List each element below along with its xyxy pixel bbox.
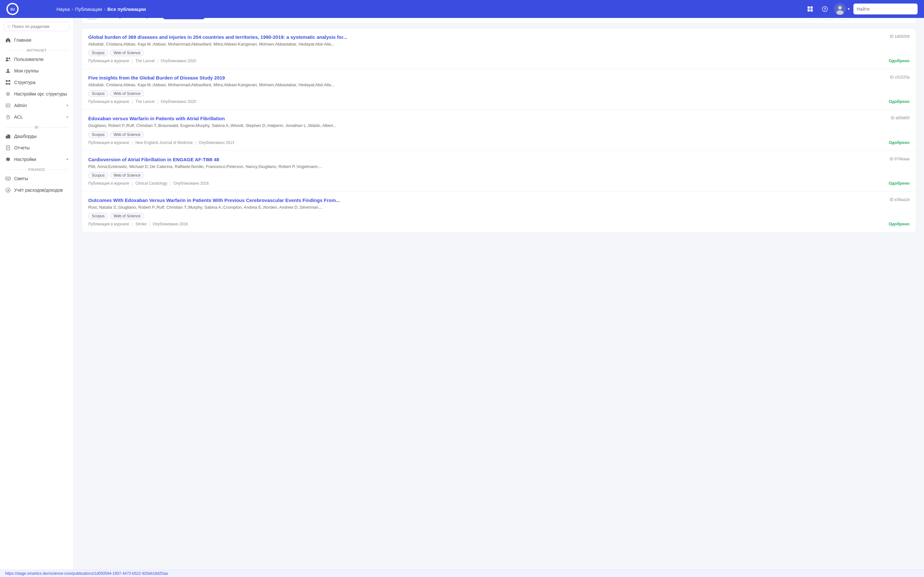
svg-rect-22	[6, 104, 10, 107]
svg-point-17	[7, 69, 9, 71]
pub-type: Публикация в журнале	[88, 140, 129, 145]
pub-journal: The Lancet	[136, 59, 155, 63]
sidebar: Главная ИНТРАНЕТ Пользователи Мои группы…	[0, 18, 74, 237]
pub-type: Публикация в журнале	[88, 59, 129, 63]
sidebar-item-label-home: Главная	[14, 37, 68, 43]
chevron-down-icon: ▾	[848, 7, 850, 11]
sidebar-section-finance: FINANCE	[0, 165, 73, 173]
sidebar-item-label-expenses: Учёт расходов/доходов	[14, 187, 68, 193]
publication-tag: Web of Science	[110, 131, 144, 138]
admin-chevron-icon: ▾	[66, 103, 68, 108]
sidebar-item-org-settings[interactable]: Настройки орг. структуры	[0, 88, 73, 100]
svg-point-9	[838, 6, 842, 10]
publication-tag: Scopus	[88, 213, 108, 219]
sidebar-item-settings[interactable]: Настройки ▾	[0, 153, 73, 165]
publications-list: Global burden of 369 diseases and injuri…	[81, 28, 916, 232]
sidebar-item-dashboards[interactable]: Дашборды	[0, 131, 73, 142]
sidebar-item-label-dashboards: Дашборды	[14, 134, 68, 139]
nav-icons-area: ? ▾	[804, 3, 918, 15]
publication-status: Одобрено	[889, 99, 909, 104]
pub-header: Five insights from the Global Burden of …	[88, 75, 909, 81]
meta-separator-2: |	[157, 59, 158, 63]
main-content: Публикации + Добавить Режим проверки (99…	[74, 0, 924, 237]
meta-separator: |	[132, 222, 133, 226]
sidebar-item-label-admin: Admin	[14, 103, 63, 108]
sidebar-item-users[interactable]: Пользователи	[0, 53, 73, 65]
svg-rect-21	[8, 83, 10, 85]
home-icon	[5, 37, 11, 43]
publication-id: ID c01525a	[890, 75, 909, 79]
breadcrumb-nauka[interactable]: Наука	[57, 6, 70, 12]
settings-icon	[5, 156, 11, 162]
meta-separator: |	[132, 59, 133, 63]
top-navigation: SU Наука › Публикации › Все публикации ?	[0, 0, 924, 18]
publication-title[interactable]: Edoxaban versus Warfarin in Patients wit…	[88, 116, 887, 121]
breadcrumb-publications[interactable]: Публикации	[75, 6, 102, 12]
sidebar-item-home[interactable]: Главная	[0, 34, 73, 46]
pub-header: Edoxaban versus Warfarin in Patients wit…	[88, 116, 909, 121]
svg-line-14	[9, 27, 10, 27]
publication-meta: Публикация в журнале | The Lancet | Опуб…	[88, 99, 909, 104]
sidebar-item-label-users: Пользователи	[14, 57, 68, 62]
publication-title[interactable]: Outcomes With Edoxaban Versus Warfarin i…	[88, 197, 886, 203]
pub-year: Опубликовано 2013	[199, 140, 234, 145]
sidebar-search-box[interactable]	[4, 22, 69, 31]
publication-id: ID e39aa2d	[890, 197, 909, 202]
global-search-input[interactable]	[857, 6, 913, 11]
publication-title[interactable]: Five insights from the Global Burden of …	[88, 75, 886, 81]
pub-type: Публикация в журнале	[88, 181, 129, 185]
pub-type: Публикация в журнале	[88, 222, 129, 226]
pub-type: Публикация в журнале	[88, 99, 129, 104]
publication-tags: ScopusWeb of Science	[88, 50, 909, 56]
publication-tag: Web of Science	[110, 213, 144, 219]
pub-journal: Clinical Cardiology	[136, 181, 167, 185]
global-search-box[interactable]	[853, 3, 918, 15]
pub-header: Cardioversion of Atrial Fibrillation in …	[88, 157, 909, 162]
svg-rect-4	[808, 9, 810, 11]
publication-title[interactable]: Global burden of 369 diseases and injuri…	[88, 34, 886, 40]
sidebar-search-input[interactable]	[12, 24, 66, 29]
org-settings-icon	[5, 91, 11, 97]
sidebar-item-budgets[interactable]: Сметы	[0, 173, 73, 184]
svg-rect-25	[7, 117, 9, 119]
settings-chevron-icon: ▾	[66, 157, 68, 161]
sidebar-item-admin[interactable]: Admin ▾	[0, 100, 73, 111]
sidebar-item-structure[interactable]: Структура	[0, 77, 73, 88]
breadcrumb-all-publications[interactable]: Все публикации	[107, 6, 146, 12]
admin-icon	[5, 103, 11, 108]
publication-item: Cardioversion of Atrial Fibrillation in …	[82, 151, 916, 192]
reports-icon	[5, 145, 11, 151]
publication-authors: Plitt, Anna;Ezekowitz, Michael D.;De Cat…	[88, 164, 909, 169]
my-groups-icon	[5, 68, 11, 74]
pub-header: Outcomes With Edoxaban Versus Warfarin i…	[88, 197, 909, 203]
publication-tags: ScopusWeb of Science	[88, 172, 909, 179]
publication-item: Outcomes With Edoxaban Versus Warfarin i…	[82, 192, 916, 232]
pub-journal: New England Journal of Medicine	[136, 140, 193, 145]
svg-rect-18	[6, 80, 8, 82]
svg-text:?: ?	[824, 7, 826, 11]
publication-tag: Scopus	[88, 172, 108, 179]
sidebar-item-my-groups[interactable]: Мои группы	[0, 65, 73, 77]
svg-rect-19	[8, 80, 10, 82]
user-dropdown[interactable]: ▾	[834, 3, 850, 15]
sidebar-item-expenses[interactable]: ₽ Учёт расходов/доходов	[0, 184, 73, 196]
sidebar-item-acl[interactable]: ACL ▾	[0, 111, 73, 123]
sidebar-section-intranet: ИНТРАНЕТ	[0, 46, 73, 53]
publication-title[interactable]: Cardioversion of Atrial Fibrillation in …	[88, 157, 886, 162]
publication-status: Одобрено	[889, 58, 909, 63]
publication-tag: Web of Science	[110, 50, 144, 56]
publication-status: Одобрено	[889, 221, 909, 226]
sidebar-item-label-settings: Настройки	[14, 157, 63, 162]
sidebar-item-reports[interactable]: Отчеты	[0, 142, 73, 153]
meta-separator-2: |	[149, 222, 150, 226]
sidebar-item-label-structure: Структура	[14, 80, 68, 85]
grid-icon-btn[interactable]	[804, 3, 816, 15]
svg-rect-2	[808, 6, 810, 9]
publication-tag: Scopus	[88, 90, 108, 97]
sidebar-search-icon	[7, 24, 10, 29]
pub-journal: Stroke	[136, 222, 147, 226]
publication-tags: ScopusWeb of Science	[88, 90, 909, 97]
publication-item: Five insights from the Global Burden of …	[82, 69, 916, 110]
help-icon-btn[interactable]: ?	[819, 3, 830, 15]
logo-area[interactable]: SU	[6, 3, 51, 15]
